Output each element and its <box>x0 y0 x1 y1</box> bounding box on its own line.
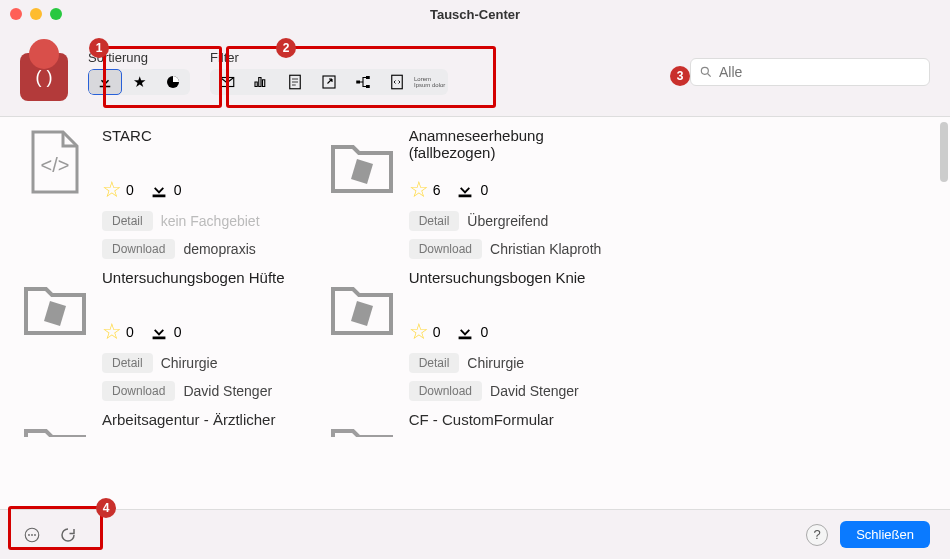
star-icon: ★ <box>133 73 146 91</box>
titlebar: Tausch-Center <box>0 0 950 28</box>
scrollbar[interactable] <box>940 122 948 182</box>
card-author: David Stenger <box>490 383 579 399</box>
detail-button[interactable]: Detail <box>102 211 153 231</box>
annotation-badge-3: 3 <box>670 66 690 86</box>
detail-button[interactable]: Detail <box>409 353 460 373</box>
card-grid: </> STARC ☆0 0 Detailkein Fachgebiet Dow… <box>20 127 930 437</box>
card-type-icon: </> <box>20 127 90 197</box>
filter-stats-button[interactable] <box>244 69 278 95</box>
download-button[interactable]: Download <box>409 381 482 401</box>
content-area: </> STARC ☆0 0 Detailkein Fachgebiet Dow… <box>0 116 950 509</box>
card-type-icon <box>327 269 397 339</box>
card-author: David Stenger <box>183 383 272 399</box>
card-subject: kein Fachgebiet <box>161 213 260 229</box>
document-icon <box>286 73 304 91</box>
annotation-badge-1: 1 <box>89 38 109 58</box>
svg-point-11 <box>701 67 708 74</box>
app-icon: ( ) <box>20 53 68 101</box>
filter-mail-button[interactable] <box>210 69 244 95</box>
filter-text-button[interactable]: Lorem Ipsum dolor <box>414 69 448 95</box>
barchart-icon <box>252 73 270 91</box>
card-item[interactable]: </> STARC ☆0 0 Detailkein Fachgebiet Dow… <box>20 127 317 259</box>
card-subject: Chirurgie <box>161 355 218 371</box>
card-type-icon <box>327 411 397 437</box>
card-type-icon <box>327 127 397 197</box>
card-type-icon <box>20 411 90 437</box>
minimize-window-icon[interactable] <box>30 8 42 20</box>
card-type-icon <box>20 269 90 339</box>
detail-button[interactable]: Detail <box>409 211 460 231</box>
card-item[interactable]: Arbeitsagentur - Ärztlicher <box>20 411 317 437</box>
star-icon: ☆ <box>409 319 429 345</box>
card-item[interactable]: Untersuchungsbogen Knie ☆0 0 DetailChiru… <box>327 269 624 401</box>
filter-group: Filter Lorem Ipsum dolor <box>210 50 448 95</box>
external-link-icon <box>320 73 338 91</box>
card-title: Untersuchungsbogen Knie <box>409 269 624 309</box>
card-title: STARC <box>102 127 317 167</box>
download-count: 0 <box>480 324 488 340</box>
code-file-icon <box>388 73 406 91</box>
sort-by-star-button[interactable]: ★ <box>122 69 156 95</box>
download-icon <box>148 179 170 201</box>
filter-label: Filter <box>210 50 448 65</box>
footer: ? Schließen <box>0 509 950 559</box>
more-icon <box>23 526 41 544</box>
filter-link-button[interactable] <box>312 69 346 95</box>
help-button[interactable]: ? <box>806 524 828 546</box>
piechart-icon <box>164 73 182 91</box>
star-count: 0 <box>126 324 134 340</box>
svg-rect-10 <box>392 75 403 89</box>
svg-point-15 <box>28 534 30 536</box>
filter-doc-button[interactable] <box>278 69 312 95</box>
star-icon: ☆ <box>102 177 122 203</box>
more-button[interactable] <box>20 523 44 547</box>
card-author: Christian Klaproth <box>490 241 601 257</box>
card-item[interactable]: CF - CustomFormular <box>327 411 624 437</box>
download-button[interactable]: Download <box>409 239 482 259</box>
star-count: 6 <box>433 182 441 198</box>
search-input[interactable] <box>719 64 921 80</box>
svg-line-12 <box>708 74 711 77</box>
download-icon <box>148 321 170 343</box>
download-count: 0 <box>480 182 488 198</box>
download-count: 0 <box>174 182 182 198</box>
mail-icon <box>218 73 236 91</box>
svg-rect-8 <box>366 76 370 79</box>
filter-buttons: Lorem Ipsum dolor <box>210 69 448 95</box>
zoom-window-icon[interactable] <box>50 8 62 20</box>
card-subject: Übergreifend <box>467 213 548 229</box>
download-icon <box>454 321 476 343</box>
sync-icon: ( ) <box>36 67 53 88</box>
svg-rect-9 <box>366 85 370 88</box>
filter-flow-button[interactable] <box>346 69 380 95</box>
download-icon <box>96 73 114 91</box>
card-item[interactable]: Anamneseerhebung (fallbezogen) ☆6 0 Deta… <box>327 127 624 259</box>
download-count: 0 <box>174 324 182 340</box>
card-title: Arbeitsagentur - Ärztlicher <box>102 411 317 437</box>
star-icon: ☆ <box>409 177 429 203</box>
download-button[interactable]: Download <box>102 381 175 401</box>
filter-code-button[interactable] <box>380 69 414 95</box>
svg-point-17 <box>34 534 36 536</box>
lorem-icon: Lorem Ipsum dolor <box>414 76 448 88</box>
close-window-icon[interactable] <box>10 8 22 20</box>
star-count: 0 <box>433 324 441 340</box>
refresh-icon <box>59 526 77 544</box>
search-box[interactable] <box>690 58 930 86</box>
card-title: Anamneseerhebung (fallbezogen) <box>409 127 624 167</box>
card-title: CF - CustomFormular <box>409 411 624 437</box>
detail-button[interactable]: Detail <box>102 353 153 373</box>
close-button[interactable]: Schließen <box>840 521 930 548</box>
search-wrap <box>690 58 930 86</box>
sort-by-download-button[interactable] <box>88 69 122 95</box>
star-icon: ☆ <box>102 319 122 345</box>
sort-buttons: ★ <box>88 69 190 95</box>
svg-rect-7 <box>356 80 360 83</box>
download-icon <box>454 179 476 201</box>
search-icon <box>699 65 713 79</box>
card-item[interactable]: Untersuchungsbogen Hüfte ☆0 0 DetailChir… <box>20 269 317 401</box>
refresh-button[interactable] <box>56 523 80 547</box>
sort-by-date-button[interactable] <box>156 69 190 95</box>
download-button[interactable]: Download <box>102 239 175 259</box>
toolbar: ( ) Sortierung ★ Filter <box>0 28 950 116</box>
